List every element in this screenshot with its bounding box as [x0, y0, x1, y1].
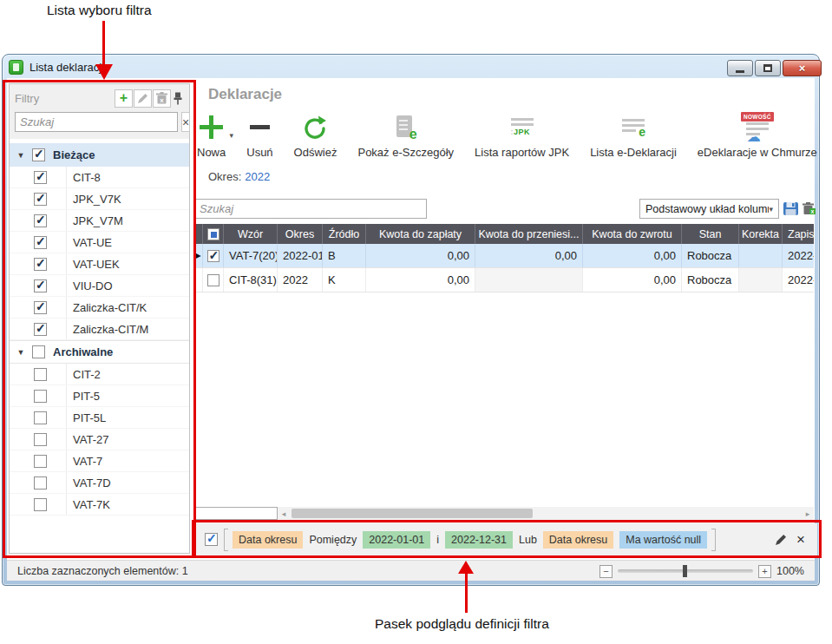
- item-label: Zaliczka-CIT/M: [73, 323, 148, 336]
- delete-filter-button[interactable]: x: [153, 89, 171, 108]
- scroll-left-icon[interactable]: ◂: [278, 507, 290, 520]
- zoom-out-button[interactable]: −: [599, 565, 613, 578]
- tree-item[interactable]: VAT-27: [10, 429, 189, 450]
- scrollbar-thumb[interactable]: [292, 509, 533, 518]
- tree-group-biezace[interactable]: ▼ Bieżące: [10, 143, 189, 167]
- list-jpk-icon: :JPK: [511, 118, 534, 136]
- delete-layout-icon[interactable]: x: [803, 202, 816, 215]
- chevron-down-icon: ▾: [769, 205, 773, 214]
- column-header[interactable]: Kwota do zwrotu: [583, 224, 682, 244]
- save-layout-icon[interactable]: [783, 202, 798, 215]
- item-checkbox[interactable]: [34, 368, 47, 381]
- close-button[interactable]: ×: [783, 60, 822, 76]
- column-layout-select[interactable]: Podstawowy układ kolumn ▾: [639, 199, 779, 219]
- zoom-in-button[interactable]: +: [758, 565, 771, 578]
- chevron-down-icon[interactable]: ▼: [10, 151, 32, 160]
- group-checkbox[interactable]: [32, 345, 45, 358]
- tree-item[interactable]: PIT-5L: [10, 407, 189, 429]
- tree-item[interactable]: Zaliczka-CIT/K: [10, 297, 189, 319]
- item-checkbox[interactable]: [34, 476, 47, 490]
- table-row[interactable]: ▶ VAT-7(20) 2022-01 B 0,00 0,00 0,00 Rob…: [194, 244, 814, 268]
- group-checkbox[interactable]: [32, 148, 45, 161]
- filter-token[interactable]: Ma wartość null: [619, 531, 707, 549]
- jpk-reports-button[interactable]: :JPK Lista raportów JPK: [475, 112, 569, 159]
- column-header[interactable]: Wzór: [224, 224, 278, 244]
- item-checkbox[interactable]: [34, 214, 47, 227]
- item-checkbox[interactable]: [34, 193, 47, 206]
- maximize-button[interactable]: [755, 60, 781, 76]
- scroll-right-icon[interactable]: ▸: [802, 507, 814, 520]
- row-checkbox[interactable]: [207, 274, 219, 286]
- item-checkbox[interactable]: [34, 236, 47, 249]
- close-filter-icon[interactable]: ×: [793, 532, 809, 547]
- item-label: VIU-DO: [73, 279, 113, 292]
- tree-item[interactable]: CIT-2: [10, 364, 189, 385]
- item-checkbox[interactable]: [34, 411, 47, 424]
- new-button[interactable]: ▾ Nowa: [197, 112, 226, 159]
- item-checkbox[interactable]: [34, 390, 47, 403]
- tree-item[interactable]: VAT-7D: [10, 472, 189, 494]
- column-header[interactable]: Kwota do przeniesi...: [475, 224, 583, 244]
- tree-item[interactable]: JPK_V7K: [10, 188, 189, 210]
- tree-item[interactable]: Zaliczka-CIT/M: [10, 319, 189, 340]
- tree-item[interactable]: VAT-UEK: [10, 253, 189, 275]
- row-checkbox[interactable]: [207, 250, 219, 262]
- filter-token[interactable]: Pomiędzy: [309, 531, 357, 549]
- pin-button[interactable]: [172, 89, 184, 108]
- zoom-level: 100%: [776, 565, 804, 577]
- chevron-down-icon[interactable]: ▾: [230, 131, 234, 140]
- column-header[interactable]: Korekta: [739, 224, 783, 244]
- tree-item[interactable]: VAT-UE: [10, 232, 189, 253]
- tree-item[interactable]: JPK_V7M: [10, 210, 189, 232]
- filter-enabled-checkbox[interactable]: [205, 533, 218, 546]
- item-checkbox[interactable]: [34, 171, 47, 184]
- chevron-down-icon[interactable]: ▼: [10, 348, 32, 357]
- horizontal-scrollbar[interactable]: ◂ ▸: [278, 507, 814, 520]
- show-edetails-button[interactable]: e Pokaż e-Szczegóły: [357, 112, 454, 159]
- item-checkbox[interactable]: [34, 498, 47, 511]
- item-checkbox[interactable]: [34, 323, 47, 336]
- tree-item[interactable]: VAT-7K: [10, 494, 189, 516]
- tree-group-archiwalne[interactable]: ▼ Archiwalne: [10, 340, 189, 364]
- period-value-link[interactable]: 2022: [245, 170, 270, 183]
- filter-token[interactable]: 2022-01-01: [363, 531, 430, 549]
- refresh-button[interactable]: Odśwież: [294, 112, 337, 159]
- filter-token[interactable]: 2022-12-31: [445, 531, 513, 549]
- grid-search-input[interactable]: [194, 199, 427, 219]
- item-checkbox[interactable]: [34, 455, 47, 468]
- filter-token[interactable]: i: [436, 531, 439, 549]
- zoom-slider-thumb[interactable]: [683, 565, 687, 577]
- clear-search-button[interactable]: ×: [181, 112, 190, 132]
- tree-item[interactable]: PIT-5: [10, 385, 189, 407]
- edit-filter-icon[interactable]: [775, 534, 787, 546]
- tree-item[interactable]: VAT-7: [10, 450, 189, 472]
- edit-filter-button[interactable]: [134, 89, 152, 108]
- tree-item[interactable]: VIU-DO: [10, 275, 189, 297]
- minimize-button[interactable]: [727, 60, 753, 76]
- item-checkbox[interactable]: [34, 301, 47, 314]
- item-label: JPK_V7K: [73, 193, 121, 206]
- document-e-icon: e: [396, 115, 416, 139]
- table-row[interactable]: CIT-8(31) 2022 K 0,00 0,00 Robocza 2022-…: [194, 268, 814, 292]
- fixed-column-stub: [194, 507, 278, 520]
- item-checkbox[interactable]: [34, 279, 47, 292]
- item-checkbox[interactable]: [34, 258, 47, 271]
- add-filter-button[interactable]: +: [115, 89, 133, 108]
- column-header[interactable]: Okres: [278, 224, 323, 244]
- edeclarations-cloud-button[interactable]: NOWOŚĆ ☁ eDeklaracje w Chmurze: [698, 112, 817, 159]
- filter-token[interactable]: Data okresu: [543, 531, 613, 549]
- refresh-icon: [304, 115, 327, 139]
- item-checkbox[interactable]: [34, 433, 47, 446]
- filter-search-input[interactable]: [15, 112, 178, 132]
- edeclarations-list-button[interactable]: e Lista e-Deklaracji: [590, 112, 677, 159]
- column-header[interactable]: Kwota do zapłaty: [366, 224, 475, 244]
- filter-token[interactable]: Data okresu: [233, 531, 303, 549]
- zoom-slider[interactable]: [618, 569, 753, 573]
- tree-item[interactable]: CIT-8: [10, 167, 189, 188]
- select-all-checkbox[interactable]: [207, 228, 219, 240]
- column-header[interactable]: Stan: [682, 224, 739, 244]
- column-header[interactable]: Zapisa: [783, 224, 814, 244]
- column-header[interactable]: Źródło: [323, 224, 366, 244]
- delete-button[interactable]: Usuń: [246, 112, 272, 159]
- filter-token[interactable]: Lub: [519, 531, 537, 549]
